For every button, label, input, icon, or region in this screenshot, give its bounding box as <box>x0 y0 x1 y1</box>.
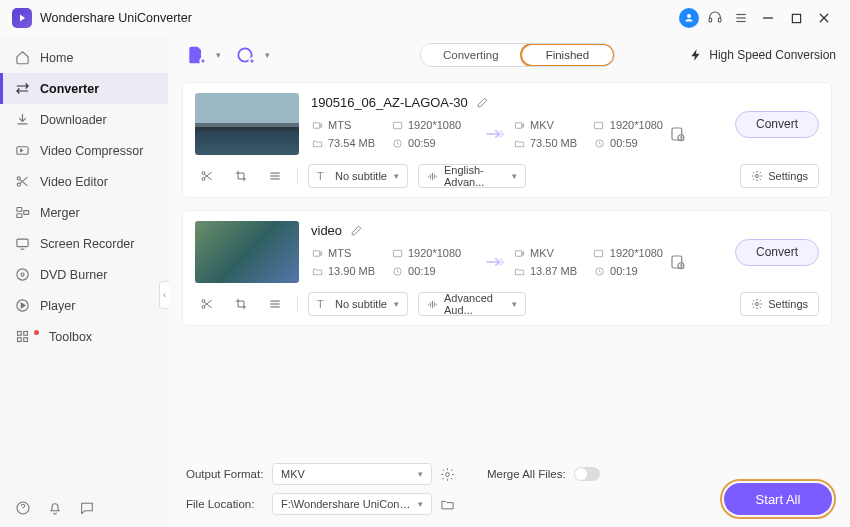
audio-value: Advanced Aud... <box>444 292 506 316</box>
sidebar-item-label: Home <box>40 51 73 65</box>
open-folder-icon[interactable] <box>440 497 455 512</box>
svg-point-35 <box>202 172 205 175</box>
svg-point-49 <box>202 300 205 303</box>
sidebar-item-toolbox[interactable]: Toolbox <box>0 321 168 352</box>
start-all-button[interactable]: Start All <box>724 483 832 515</box>
effects-icon[interactable] <box>263 293 287 315</box>
subtitle-dropdown[interactable]: TNo subtitle▾ <box>308 292 408 316</box>
audio-dropdown[interactable]: Advanced Aud...▾ <box>418 292 526 316</box>
svg-point-16 <box>16 269 27 280</box>
add-link-button[interactable] <box>231 42 259 68</box>
audio-dropdown[interactable]: English-Advan...▾ <box>418 164 526 188</box>
svg-rect-44 <box>515 250 521 256</box>
src-format: MTS <box>328 119 351 131</box>
sidebar-item-recorder[interactable]: Screen Recorder <box>0 228 168 259</box>
svg-rect-15 <box>16 239 27 247</box>
subtitle-icon: T <box>317 170 329 182</box>
tab-finished[interactable]: Finished <box>520 43 615 67</box>
svg-rect-28 <box>393 122 401 128</box>
add-link-caret[interactable]: ▾ <box>265 50 270 60</box>
svg-point-40 <box>756 175 759 178</box>
merge-icon <box>14 205 30 221</box>
merge-toggle[interactable] <box>574 467 600 481</box>
svg-point-10 <box>17 177 20 180</box>
notification-icon[interactable] <box>46 499 64 517</box>
add-file-caret[interactable]: ▾ <box>216 50 221 60</box>
minimize-button[interactable] <box>754 5 782 31</box>
output-settings-icon[interactable] <box>669 253 687 271</box>
status-tabs: Converting Finished <box>420 43 615 67</box>
svg-rect-13 <box>16 214 21 218</box>
subtitle-value: No subtitle <box>335 170 387 182</box>
add-file-button[interactable] <box>182 42 210 68</box>
dst-duration: 00:19 <box>610 265 638 277</box>
subtitle-dropdown[interactable]: TNo subtitle▾ <box>308 164 408 188</box>
sidebar-item-home[interactable]: Home <box>0 42 168 73</box>
convert-button[interactable]: Convert <box>735 239 819 266</box>
src-format: MTS <box>328 247 351 259</box>
menu-icon[interactable] <box>728 5 754 31</box>
svg-rect-14 <box>23 211 28 215</box>
dst-format: MKV <box>530 247 554 259</box>
high-speed-toggle[interactable]: High Speed Conversion <box>689 48 836 62</box>
svg-point-54 <box>756 303 759 306</box>
svg-point-50 <box>202 305 205 308</box>
svg-point-11 <box>17 183 20 186</box>
svg-point-36 <box>202 177 205 180</box>
crop-icon[interactable] <box>229 165 253 187</box>
maximize-button[interactable] <box>782 5 810 31</box>
sidebar-item-converter[interactable]: Converter <box>0 73 168 104</box>
disc-icon <box>14 267 30 283</box>
output-settings-icon[interactable] <box>669 125 687 143</box>
effects-icon[interactable] <box>263 165 287 187</box>
toolbar: ▾ ▾ Converting Finished High Speed Conve… <box>168 36 850 74</box>
settings-button[interactable]: Settings <box>740 292 819 316</box>
src-size: 73.54 MB <box>328 137 375 149</box>
svg-rect-1 <box>718 18 721 22</box>
sidebar: Home Converter Downloader Video Compress… <box>0 36 168 527</box>
edit-icon[interactable] <box>476 96 489 109</box>
sidebar-item-player[interactable]: Player <box>0 290 168 321</box>
svg-rect-20 <box>23 332 27 336</box>
src-resolution: 1920*1080 <box>408 119 461 131</box>
subtitle-value: No subtitle <box>335 298 387 310</box>
sidebar-item-editor[interactable]: Video Editor <box>0 166 168 197</box>
help-icon[interactable] <box>14 499 32 517</box>
settings-button[interactable]: Settings <box>740 164 819 188</box>
convert-arrow-icon <box>479 127 513 141</box>
dst-resolution: 1920*1080 <box>610 119 663 131</box>
merge-label: Merge All Files: <box>487 468 566 480</box>
thumbnail[interactable] <box>195 93 299 155</box>
output-gear-icon[interactable] <box>440 467 455 482</box>
close-button[interactable] <box>810 5 838 31</box>
sidebar-item-label: Converter <box>40 82 99 96</box>
sidebar-item-label: Merger <box>40 206 80 220</box>
dst-resolution: 1920*1080 <box>610 247 663 259</box>
sidebar-item-downloader[interactable]: Downloader <box>0 104 168 135</box>
clock-icon <box>391 137 403 149</box>
sidebar-item-label: Downloader <box>40 113 107 127</box>
sidebar-item-dvd[interactable]: DVD Burner <box>0 259 168 290</box>
trim-icon[interactable] <box>195 165 219 187</box>
collapse-sidebar-button[interactable]: ‹ <box>159 281 169 309</box>
sidebar-item-merger[interactable]: Merger <box>0 197 168 228</box>
feedback-icon[interactable] <box>78 499 96 517</box>
file-location-dropdown[interactable]: F:\Wondershare UniConverter▾ <box>272 493 432 515</box>
edit-icon[interactable] <box>350 224 363 237</box>
compress-icon <box>14 143 30 159</box>
output-format-value: MKV <box>281 468 305 480</box>
support-icon[interactable] <box>702 5 728 31</box>
output-format-label: Output Format: <box>186 468 264 480</box>
convert-button[interactable]: Convert <box>735 111 819 138</box>
svg-point-55 <box>446 472 450 476</box>
tab-converting[interactable]: Converting <box>421 44 521 66</box>
output-format-dropdown[interactable]: MKV▾ <box>272 463 432 485</box>
crop-icon[interactable] <box>229 293 253 315</box>
download-icon <box>14 112 30 128</box>
thumbnail[interactable] <box>195 221 299 283</box>
file-location-value: F:\Wondershare UniConverter <box>281 498 412 510</box>
trim-icon[interactable] <box>195 293 219 315</box>
sidebar-item-compressor[interactable]: Video Compressor <box>0 135 168 166</box>
user-avatar[interactable] <box>676 5 702 31</box>
file-card: 190516_06_AZ-LAGOA-30 MTS 1920*1080 73. <box>182 82 832 198</box>
